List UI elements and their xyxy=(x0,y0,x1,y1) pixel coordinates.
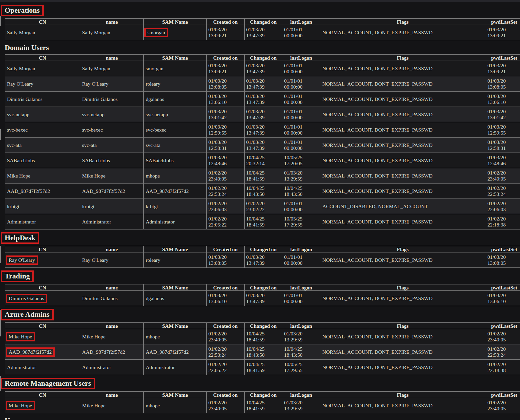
cell-sam-name: dgalanos xyxy=(144,92,207,107)
cell-name: Sally Morgan xyxy=(80,61,144,76)
section-title-helpdesk: HelpDesk xyxy=(1,232,39,244)
cell-lastlogon: 10/05/25 17:20:05 xyxy=(282,153,320,168)
column-header-sam-name: SAM Name xyxy=(144,19,207,25)
table-row: Dimitris GalanosDimitris Galanosdgalanos… xyxy=(5,291,520,306)
section-title-trading: Trading xyxy=(1,270,34,282)
cell-cn: Dimitris Galanos xyxy=(5,291,80,306)
column-header-cn: CN xyxy=(5,19,80,25)
section-title-remote-management-users: Remote Management Users xyxy=(1,378,95,389)
column-header-sam-name: SAM Name xyxy=(144,284,207,291)
column-header-flags: Flags xyxy=(320,246,485,252)
cell-lastlogon: 01/03/20 13:29:59 xyxy=(282,398,320,413)
table-row: AdministratorAdministratorAdministrator0… xyxy=(5,214,520,229)
cell-changed-on: 01/03/20 13:47:39 xyxy=(244,25,282,40)
cell-cn: Ray O'Leary xyxy=(5,76,80,92)
cell-changed-on: 01/03/20 13:47:39 xyxy=(244,122,282,138)
header-row: CNnameSAM NameCreated onChanged onlastLo… xyxy=(5,55,520,61)
cell-lastlogon: 10/04/25 18:43:50 xyxy=(282,184,320,199)
cell-changed-on: 10/04/25 18:43:50 xyxy=(244,184,282,199)
section-title-operations: Operations xyxy=(1,5,44,16)
table-row: svc-bexecsvc-bexecsvc-bexec01/03/20 12:5… xyxy=(5,122,520,138)
table-operations: CNnameSAM NameCreated onChanged onlastLo… xyxy=(5,18,520,40)
cell-created-on: 01/03/20 12:59:55 xyxy=(206,122,244,138)
cell-cn: Mike Hope xyxy=(5,329,80,344)
column-header-created-on: Created on xyxy=(206,392,244,398)
cell-name: svc-netapp xyxy=(80,107,144,122)
cell-sam-name: AAD_987d7f2f57d2 xyxy=(144,184,207,199)
cell-lastlogon: 01/01/01 00:00:00 xyxy=(282,138,320,153)
cell-pwdlastset: 01/02/20 22:53:24 xyxy=(485,184,520,199)
cell-cn: svc-ata xyxy=(5,138,80,153)
column-header-cn: CN xyxy=(5,392,80,398)
cell-changed-on: 01/03/20 13:47:39 xyxy=(244,291,282,306)
cell-cn: Sally Morgan xyxy=(5,61,80,76)
column-header-pwdlastset: pwdLastSet xyxy=(485,284,520,291)
cell-cn: svc-netapp xyxy=(5,107,80,122)
column-header-flags: Flags xyxy=(320,19,485,25)
cell-created-on: 01/02/20 22:53:24 xyxy=(206,184,244,199)
cell-created-on: 01/03/20 13:06:10 xyxy=(206,291,244,306)
cell-name: AAD_987d7f2f57d2 xyxy=(80,344,144,360)
cell-name: Mike Hope xyxy=(80,329,144,344)
cell-flags: NORMAL_ACCOUNT, DONT_EXPIRE_PASSWD xyxy=(320,122,485,138)
highlight-box: Dimitris Galanos xyxy=(6,294,47,303)
cell-cn: Administrator xyxy=(5,214,80,229)
cell-created-on: 01/03/20 13:06:10 xyxy=(206,92,244,107)
cell-flags: NORMAL_ACCOUNT, DONT_EXPIRE_PASSWD xyxy=(320,61,485,76)
cell-sam-name: mhope xyxy=(144,329,207,344)
cell-changed-on: 01/03/20 13:47:39 xyxy=(244,107,282,122)
column-header-flags: Flags xyxy=(320,323,485,329)
header-row: CNnameSAM NameCreated onChanged onlastLo… xyxy=(5,246,520,252)
column-header-pwdlastset: pwdLastSet xyxy=(485,392,520,398)
highlight-box: Ray O'Leary xyxy=(6,255,38,265)
screenshot-artifact xyxy=(0,246,1,263)
column-header-cn: CN xyxy=(5,284,80,291)
highlight-box: HelpDesk xyxy=(1,232,520,244)
column-header-cn: CN xyxy=(5,323,80,329)
cell-sam-name: AAD_987d7f2f57d2 xyxy=(144,344,207,360)
column-header-name: name xyxy=(80,19,144,25)
header-row: CNnameSAM NameCreated onChanged onlastLo… xyxy=(5,19,520,25)
cell-lastlogon: 10/04/25 18:43:50 xyxy=(282,344,320,360)
column-header-created-on: Created on xyxy=(206,246,244,252)
column-header-sam-name: SAM Name xyxy=(144,323,207,329)
cell-cn: Ray O'Leary xyxy=(5,252,80,268)
cell-flags: NORMAL_ACCOUNT, DONT_EXPIRE_PASSWD xyxy=(320,76,485,92)
cell-name: Mike Hope xyxy=(80,168,144,184)
column-header-changed-on: Changed on xyxy=(244,55,282,61)
cell-sam-name: Administrator xyxy=(144,360,207,375)
cell-flags: NORMAL_ACCOUNT, DONT_EXPIRE_PASSWD xyxy=(320,138,485,153)
cell-name: svc-ata xyxy=(80,138,144,153)
cell-cn: svc-bexec xyxy=(5,122,80,138)
section-title-domain-users: Domain Users xyxy=(5,44,520,52)
column-header-cn: CN xyxy=(5,246,80,252)
cell-changed-on: 01/03/20 13:47:39 xyxy=(244,92,282,107)
cell-cn: Mike Hope xyxy=(5,398,80,413)
ad-user-report: OperationsCNnameSAM NameCreated onChange… xyxy=(0,5,520,420)
cell-pwdlastset: 01/03/20 12:48:46 xyxy=(485,153,520,168)
table-row: krbtgtkrbtgtkrbtgt01/02/20 22:06:0301/02… xyxy=(5,199,520,214)
table-azure-admins: CNnameSAM NameCreated onChanged onlastLo… xyxy=(5,322,520,375)
column-header-name: name xyxy=(80,323,144,329)
cell-sam-name: svc-bexec xyxy=(144,122,207,138)
column-header-sam-name: SAM Name xyxy=(144,246,207,252)
cell-sam-name: mhope xyxy=(144,398,207,413)
cell-pwdlastset: 01/03/20 13:08:05 xyxy=(485,252,520,268)
cell-created-on: 01/03/20 12:48:46 xyxy=(206,153,244,168)
cell-flags: NORMAL_ACCOUNT, DONT_EXPIRE_PASSWD xyxy=(320,92,485,107)
cell-changed-on: 01/03/20 13:47:39 xyxy=(244,252,282,268)
cell-name: krbtgt xyxy=(80,199,144,214)
cell-name: Dimitris Galanos xyxy=(80,92,144,107)
cell-flags: NORMAL_ACCOUNT, DONT_EXPIRE_PASSWD xyxy=(320,344,485,360)
table-row: AAD_987d7f2f57d2AAD_987d7f2f57d2AAD_987d… xyxy=(5,184,520,199)
column-header-flags: Flags xyxy=(320,284,485,291)
cell-lastlogon: 01/01/01 00:00:00 xyxy=(282,92,320,107)
cell-name: AAD_987d7f2f57d2 xyxy=(80,184,144,199)
column-header-sam-name: SAM Name xyxy=(144,392,207,398)
cell-flags: NORMAL_ACCOUNT, DONT_EXPIRE_PASSWD xyxy=(320,184,485,199)
highlight-box: Remote Management Users xyxy=(1,378,520,389)
column-header-pwdlastset: pwdLastSet xyxy=(485,246,520,252)
cell-pwdlastset: 01/03/20 12:58:31 xyxy=(485,138,520,153)
column-header-changed-on: Changed on xyxy=(244,246,282,252)
cell-lastlogon: 01/03/20 13:29:59 xyxy=(282,329,320,344)
